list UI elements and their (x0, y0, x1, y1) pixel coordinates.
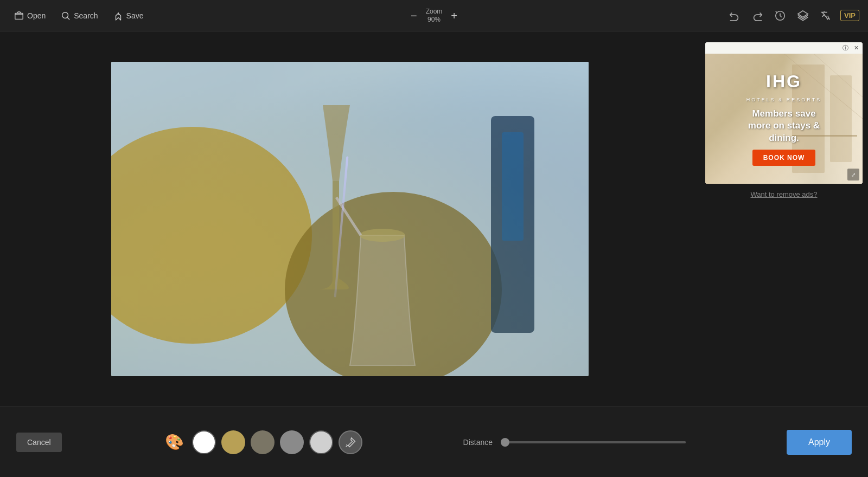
zoom-control: − Zoom 90% + (407, 8, 461, 23)
redo-icon (751, 10, 763, 22)
ad-body: IHG HOTELS & RESORTS Members save more o… (705, 54, 863, 184)
distance-label: Distance (463, 438, 493, 447)
svg-rect-0 (15, 13, 23, 19)
distance-container: Distance (463, 438, 686, 447)
gold-swatch[interactable] (221, 430, 245, 454)
image-overlay (111, 62, 589, 376)
dark-gray-swatch[interactable] (251, 430, 275, 454)
save-icon (113, 11, 123, 21)
remove-ads-link[interactable]: Want to remove ads? (750, 190, 817, 198)
white-swatch[interactable] (192, 430, 216, 454)
distance-slider-track (501, 441, 686, 443)
svg-rect-10 (502, 132, 524, 241)
cancel-button[interactable]: Cancel (16, 433, 62, 452)
svg-point-12 (360, 229, 405, 242)
distance-slider[interactable] (501, 441, 686, 443)
translate-icon (820, 10, 832, 22)
ad-container: ⓘ ✕ IHG HOTELS & RESORTS Membe (705, 42, 863, 184)
zoom-value: 90% (426, 16, 443, 23)
vip-badge[interactable]: VIP (840, 10, 859, 21)
apply-button[interactable]: Apply (787, 430, 852, 455)
ad-expand-button[interactable]: ⤢ (847, 169, 859, 181)
eyedropper-button[interactable] (339, 430, 362, 454)
bottom-toolbar: Cancel 🎨 Distance Apply (0, 407, 868, 477)
image-container (0, 31, 700, 407)
undo-icon (729, 10, 741, 22)
save-label: Save (126, 11, 144, 20)
main-area: ⓘ ✕ IHG HOTELS & RESORTS Membe (0, 31, 868, 407)
zoom-display: Zoom 90% (426, 8, 443, 23)
ad-brand-sub: HOTELS & RESORTS (746, 97, 821, 102)
open-button[interactable]: Open (9, 8, 51, 24)
side-panel: ⓘ ✕ IHG HOTELS & RESORTS Membe (700, 31, 868, 407)
open-icon (14, 11, 24, 21)
distance-slider-thumb[interactable] (501, 438, 509, 447)
ad-tagline: Members save more on stays & dining. (741, 108, 827, 144)
zoom-in-button[interactable]: + (448, 9, 461, 22)
ad-close-button[interactable]: ✕ (852, 43, 860, 53)
ad-header: ⓘ ✕ (705, 42, 863, 54)
history-button[interactable] (772, 8, 788, 24)
eyedropper-icon (345, 437, 356, 448)
toolbar-right-group: VIP (726, 8, 859, 24)
search-button[interactable]: Search (55, 8, 103, 24)
svg-point-1 (62, 12, 68, 18)
search-icon (61, 11, 71, 21)
layers-icon (797, 10, 809, 22)
ad-cta-button[interactable]: BOOK NOW (752, 150, 816, 166)
save-button[interactable]: Save (108, 8, 149, 24)
ad-info-button[interactable]: ⓘ (841, 43, 850, 53)
near-white-swatch[interactable] (309, 430, 333, 454)
zoom-text: Zoom (426, 8, 443, 15)
top-toolbar: Open Search Save − Zoom 90% + (0, 0, 868, 31)
ad-brand: IHG (766, 72, 802, 92)
svg-rect-16 (830, 75, 852, 162)
palette-swatch[interactable]: 🎨 (163, 430, 187, 454)
zoom-out-button[interactable]: − (407, 9, 420, 22)
main-image (111, 62, 589, 376)
color-swatches: 🎨 (163, 430, 362, 454)
translate-button[interactable] (818, 8, 834, 24)
undo-button[interactable] (726, 8, 743, 24)
gray-swatch[interactable] (280, 430, 304, 454)
svg-line-2 (67, 17, 69, 20)
history-icon (774, 10, 786, 22)
redo-button[interactable] (749, 8, 765, 24)
toolbar-left-group: Open Search Save (9, 8, 149, 24)
open-label: Open (27, 11, 46, 20)
search-label: Search (74, 11, 98, 20)
layers-button[interactable] (795, 8, 811, 24)
ad-text-container: IHG HOTELS & RESORTS Members save more o… (741, 72, 827, 165)
